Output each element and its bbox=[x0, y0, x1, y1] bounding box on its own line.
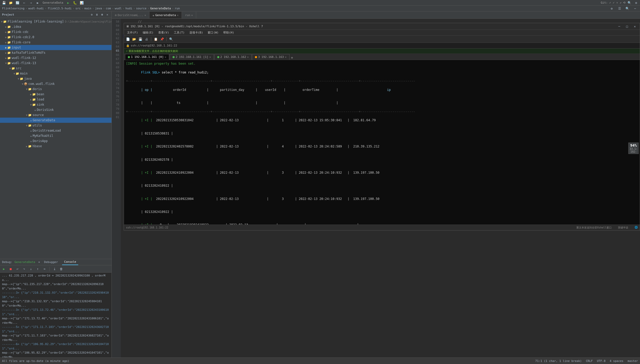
menu-edit[interactable]: 编辑(E) bbox=[141, 30, 156, 35]
ide-toolbar[interactable]: 💾 📁 🔄 ← → ▶ GenerateData ▶ 🐛 📊 Git: ✓ ✓ … bbox=[0, 0, 640, 6]
xshell-footer-right: 重文本发送到全部Xshell窗口 英键半设 🌐 bbox=[576, 226, 638, 230]
toolbar-btn-back[interactable]: ← bbox=[21, 0, 27, 6]
xshell-tab-4-close[interactable]: ✕ bbox=[285, 56, 286, 58]
xshell-tab-2[interactable]: 2 192.168.1.161 [1] ✕ bbox=[170, 54, 214, 60]
sidebar-item-flink-cdc2[interactable]: ▶ 📁 Flink-cdc2.0 bbox=[0, 35, 111, 40]
bottom-toolbar[interactable]: ▶ ■ ↩ ↷ ↓ ↑ ≈ ⤓ 🗑 bbox=[0, 265, 111, 273]
breadcrumb-more-btn[interactable]: ⋯ bbox=[632, 6, 638, 11]
sidebar-item-dorisstreamload[interactable]: ☕ DorisStreamLoad bbox=[0, 128, 111, 133]
toolbar-btn-run-recent[interactable]: ▶ bbox=[35, 0, 41, 6]
toolbar-btn-settings[interactable]: ⚙ bbox=[633, 0, 639, 6]
sidebar-item-flink-core[interactable]: ▶ 📁 flink-core bbox=[0, 40, 111, 45]
xshell-maximize[interactable]: □ bbox=[624, 24, 630, 29]
xshell-tabs[interactable]: 1 192.168.1.161 [0] ✕ 2 192.168.1.161 [1… bbox=[124, 54, 640, 60]
btn-rerun[interactable]: ↩ bbox=[15, 266, 20, 272]
sidebar-item-doris[interactable]: ▼ 📁 doris bbox=[0, 86, 111, 92]
tab-close-generate[interactable]: ✕ bbox=[177, 14, 179, 17]
sidebar-item-source[interactable]: ▼ 📁 source bbox=[0, 112, 111, 118]
breadcrumb-settings-btn[interactable]: ⚙ bbox=[609, 6, 615, 11]
status-encoding: UTF-8 bbox=[597, 359, 605, 363]
xshell-new-btn[interactable]: 📄 bbox=[125, 36, 131, 42]
sidebar-item-main[interactable]: ▼ 📁 main bbox=[0, 71, 111, 76]
sidebar-item-utils[interactable]: ▼ 📁 utils bbox=[0, 123, 111, 128]
debug-close[interactable]: ✕ bbox=[38, 260, 40, 264]
sidebar-item-flink-cdc[interactable]: ▶ 📁 Flink-cdc bbox=[0, 29, 111, 35]
sidebar-item-kafka[interactable]: ▶ 📁 kafkaToFlinkToHdfs bbox=[0, 50, 111, 55]
xshell-tab-4[interactable]: 3 192.168.1.163 ✕ bbox=[252, 54, 289, 60]
toolbar-btn-fwd[interactable]: → bbox=[28, 0, 34, 6]
toolbar-btn-sync[interactable]: 🔄 bbox=[15, 0, 20, 6]
sidebar-item-root[interactable]: ▼ 📁 Flinklearning [Flink-learning] D:\Id… bbox=[0, 19, 111, 24]
menu-file[interactable]: 文件(F) bbox=[125, 30, 140, 35]
menu-window[interactable]: 窗口(W) bbox=[206, 30, 221, 35]
xshell-toolbar[interactable]: 📄 📂 💾 🖨 📋 📌 🔍 bbox=[124, 36, 640, 43]
sidebar-item-flink13[interactable]: ▼ 📁 wudl-flink-13 bbox=[0, 60, 111, 66]
btn-stop[interactable]: ■ bbox=[8, 266, 14, 272]
xshell-copy-btn[interactable]: 📋 bbox=[153, 36, 159, 42]
sidebar-item-src[interactable]: ▼ 📁 src bbox=[0, 66, 111, 71]
btn-scroll-end[interactable]: ⤓ bbox=[52, 266, 57, 272]
btn-play[interactable]: ▶ bbox=[1, 266, 7, 272]
toolbar-btn-1[interactable]: 💾 bbox=[1, 0, 7, 6]
sidebar-item-dorisapp[interactable]: ☕ DorisApp bbox=[0, 138, 111, 144]
xshell-open-btn[interactable]: 📂 bbox=[131, 36, 137, 42]
terminal-content[interactable]: [INFO] Session property has been set. Fl… bbox=[124, 60, 640, 225]
xshell-tab-3[interactable]: 2 192.168.1.162 ✕ bbox=[214, 54, 252, 60]
xshell-close[interactable]: ✕ bbox=[632, 24, 638, 29]
btn-clear[interactable]: 🗑 bbox=[58, 266, 64, 272]
sidebar-item-load[interactable]: ▶ 📁 load bbox=[0, 97, 111, 102]
sidebar-item-sink[interactable]: ▼ 📁 sink bbox=[0, 102, 111, 107]
sidebar-item-com[interactable]: ▼ 📦 com.wudl.flink bbox=[0, 81, 111, 86]
xshell-tab-1[interactable]: 1 192.168.1.161 [0] ✕ bbox=[125, 54, 169, 60]
sidebar-item-flink12[interactable]: ▶ 📁 wudl-flink-12 bbox=[0, 55, 111, 60]
xshell-minimize[interactable]: ─ bbox=[616, 24, 622, 29]
xshell-paste-btn[interactable]: 📌 bbox=[159, 36, 165, 42]
btn-step-out[interactable]: ↑ bbox=[35, 266, 41, 272]
menu-view[interactable]: 查看(V) bbox=[156, 30, 171, 35]
menu-tools[interactable]: 工具(T) bbox=[172, 30, 187, 35]
sidebar-item-hbase[interactable]: ▶ 📁 hbase bbox=[0, 144, 111, 149]
tab-close-run[interactable]: ✕ bbox=[191, 14, 193, 17]
tab-generatedata[interactable]: ⚙ DorisStreamL... ✕ bbox=[112, 12, 149, 18]
xshell-print-btn[interactable]: 🖨 bbox=[144, 36, 149, 42]
toolbar-btn-run[interactable]: ▶ bbox=[65, 0, 71, 6]
sidebar-item-java[interactable]: ▼ 📁 java bbox=[0, 76, 111, 81]
tab-run[interactable]: run ✕ bbox=[182, 12, 196, 18]
breadcrumb-search-btn[interactable]: 🔍 bbox=[624, 6, 630, 11]
tab-console[interactable]: Console bbox=[62, 259, 78, 265]
sidebar-item-input[interactable]: ▶ 📁 input bbox=[0, 45, 111, 50]
term-row-3b: | 0213202410922 | bbox=[126, 179, 638, 192]
btn-step-into[interactable]: ↓ bbox=[28, 266, 34, 272]
sidebar-item-bean[interactable]: ▶ 📁 bean bbox=[0, 92, 111, 97]
xshell-tab-1-close[interactable]: ✕ bbox=[165, 56, 166, 58]
sidebar-item-idea[interactable]: ▶ 📁 .idea bbox=[0, 24, 111, 29]
toolbar-btn-2[interactable]: 📁 bbox=[8, 0, 14, 6]
xshell-tab-3-close[interactable]: ✕ bbox=[247, 56, 249, 58]
xshell-find-btn[interactable]: 🔍 bbox=[168, 36, 174, 42]
sidebar-search-icon[interactable]: ⊕ bbox=[100, 12, 104, 17]
sidebar-item-generatedata[interactable]: ☕ GenerateData bbox=[0, 118, 111, 123]
sidebar-close-icon[interactable]: ✕ bbox=[105, 12, 109, 17]
tab-close-doris[interactable]: ✕ bbox=[144, 14, 146, 17]
btn-step-over[interactable]: ↷ bbox=[21, 266, 27, 272]
xshell-tab-2-close[interactable]: ✕ bbox=[209, 56, 211, 58]
xshell-menu[interactable]: 文件(F) 编辑(E) 查看(V) 工具(T) 选项卡(B) 窗口(W) 帮助(… bbox=[124, 30, 640, 36]
bottom-tabs[interactable]: Debug: GenerateData ✕ Debugger Console bbox=[0, 259, 111, 265]
xshell-save-btn[interactable]: 💾 bbox=[137, 36, 143, 42]
btn-eval[interactable]: ≈ bbox=[42, 266, 47, 272]
breadcrumb-layout-btn[interactable]: ☰ bbox=[617, 6, 622, 11]
toolbar-btn-coverage[interactable]: 📊 bbox=[79, 0, 84, 6]
debug-config-label[interactable]: GenerateData bbox=[15, 260, 35, 264]
sidebar-item-mykafkautil[interactable]: ☕ MyKafkaUtil bbox=[0, 133, 111, 138]
sidebar-layout-icon[interactable]: ≡ bbox=[95, 12, 99, 17]
tab-debugger[interactable]: Debugger bbox=[42, 259, 60, 265]
tab-generatedata-active[interactable]: ☕ GenerateData ✕ bbox=[149, 12, 182, 18]
menu-tabs[interactable]: 选项卡(B) bbox=[187, 30, 205, 35]
menu-help[interactable]: 帮助(H) bbox=[221, 30, 236, 35]
toolbar-btn-debug[interactable]: 🐛 bbox=[72, 0, 78, 6]
sidebar-item-dorissink[interactable]: ☕ DorisSink bbox=[0, 107, 111, 112]
toolbar-btn-search[interactable]: 🔍 bbox=[626, 0, 632, 6]
sidebar-gear-icon[interactable]: ⚙ bbox=[90, 12, 94, 17]
xshell-new-tab-btn[interactable]: + bbox=[291, 56, 293, 60]
editor-tabs[interactable]: ⚙ DorisStreamL... ✕ ☕ GenerateData ✕ run… bbox=[112, 11, 640, 19]
